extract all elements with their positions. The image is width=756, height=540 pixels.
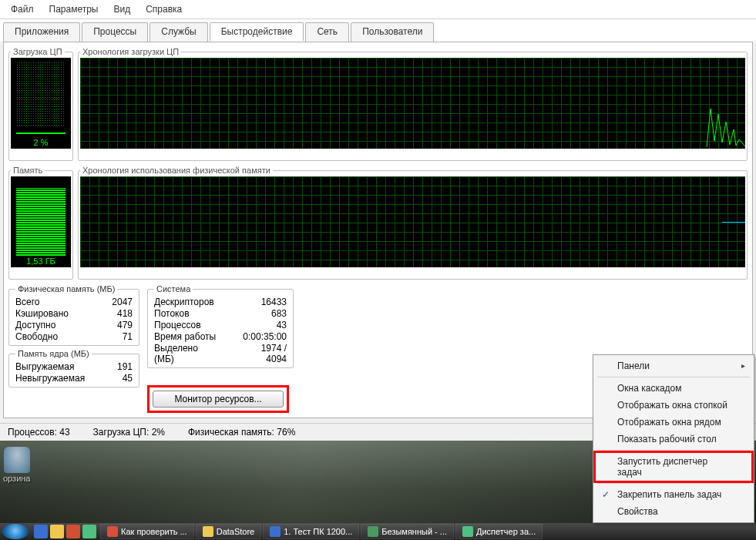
- taskbar-item[interactable]: 1. Тест ПК 1200...: [263, 524, 359, 539]
- tab-applications[interactable]: Приложения: [3, 22, 80, 42]
- pinned-icon[interactable]: [82, 525, 96, 538]
- ctx-properties[interactable]: Свойства: [596, 503, 751, 520]
- ctx-show-desktop[interactable]: Показать рабочий стол: [596, 431, 751, 448]
- sys-uptime-label: Время работы: [154, 331, 217, 342]
- recycle-bin-icon: [4, 447, 30, 473]
- ctx-separator: [597, 483, 750, 484]
- memory-history-chart: [80, 176, 745, 267]
- tab-network[interactable]: Сеть: [305, 22, 349, 42]
- taskbar-item[interactable]: Как проверить ...: [100, 524, 194, 539]
- pinned-icons: [31, 525, 99, 538]
- taskbar-item-label: Как проверить ...: [121, 527, 187, 536]
- recycle-bin[interactable]: орзина: [3, 447, 31, 483]
- ctx-start-task-manager[interactable]: Запустить диспетчер задач: [596, 453, 751, 481]
- sys-procs-label: Процессов: [154, 320, 217, 330]
- phys-mem-group: Физическая память (МБ) Всего2047 Кэширов…: [8, 284, 139, 346]
- kernel-paged-value: 191: [113, 361, 133, 372]
- cpu-meter: 2 %: [11, 58, 71, 149]
- kernel-nonpaged-value: 45: [113, 373, 133, 384]
- sys-handles-label: Дескрипторов: [154, 297, 217, 307]
- ctx-cascade[interactable]: Окна каскадом: [596, 380, 751, 397]
- taskbar-item[interactable]: DataStore: [196, 524, 262, 539]
- memory-trace-line: [722, 222, 745, 223]
- sys-threads-label: Потоков: [154, 308, 217, 319]
- menu-file[interactable]: Файл: [5, 2, 40, 17]
- ctx-separator: [597, 450, 750, 451]
- menu-view[interactable]: Вид: [107, 2, 136, 17]
- ctx-side-by-side[interactable]: Отображать окна рядом: [596, 414, 751, 431]
- app-icon: [107, 526, 118, 537]
- cpu-meter-box: Загрузка ЦП 2 %: [8, 47, 73, 161]
- recycle-bin-label: орзина: [3, 474, 31, 483]
- start-button[interactable]: [2, 524, 29, 539]
- taskbar-item-label: Диспетчер за...: [476, 527, 536, 536]
- phys-mem-title: Физическая память (МБ): [15, 284, 117, 293]
- ctx-lock-taskbar[interactable]: Закрепить панель задач: [596, 486, 751, 503]
- sys-commit-value: 1974 / 4094: [240, 343, 287, 364]
- status-cpu: Загрузка ЦП: 2%: [93, 427, 165, 438]
- phys-cached-value: 418: [102, 308, 133, 319]
- resource-monitor-button[interactable]: Монитор ресурсов...: [153, 391, 284, 408]
- status-processes: Процессов: 43: [8, 427, 70, 438]
- sys-threads-value: 683: [240, 308, 287, 319]
- app-icon: [203, 526, 213, 537]
- taskbar[interactable]: Как проверить ...DataStore1. Тест ПК 120…: [0, 523, 756, 540]
- pinned-icon[interactable]: [50, 525, 64, 538]
- tab-performance[interactable]: Быстродействие: [210, 22, 304, 42]
- phys-total-label: Всего: [15, 297, 79, 307]
- tab-users[interactable]: Пользователи: [351, 22, 434, 42]
- ctx-stack[interactable]: Отображать окна стопкой: [596, 397, 751, 414]
- sys-handles-value: 16433: [240, 297, 287, 307]
- taskbar-item-label: DataStore: [217, 527, 255, 536]
- kernel-paged-label: Выгружаемая: [15, 361, 89, 372]
- tab-services[interactable]: Службы: [150, 22, 207, 42]
- pinned-icon[interactable]: [66, 525, 80, 538]
- system-group: Система Дескрипторов16433 Потоков683 Про…: [147, 284, 294, 368]
- taskbar-item-label: Безымянный - ...: [381, 527, 447, 536]
- memory-meter-title: Память: [11, 166, 45, 175]
- phys-avail-label: Доступно: [15, 320, 79, 330]
- phys-cached-label: Кэшировано: [15, 308, 79, 319]
- tab-bar: Приложения Процессы Службы Быстродействи…: [0, 19, 756, 42]
- menu-help[interactable]: Справка: [139, 2, 188, 17]
- kernel-nonpaged-label: Невыгружаемая: [15, 373, 89, 384]
- cpu-trace-line: [699, 102, 745, 149]
- cpu-history-title: Хронология загрузки ЦП: [80, 47, 181, 56]
- cpu-meter-title: Загрузка ЦП: [11, 47, 65, 56]
- kernel-mem-group: Память ядра (МБ) Выгружаемая191 Невыгруж…: [8, 349, 139, 387]
- resource-monitor-highlight: Монитор ресурсов...: [147, 385, 289, 413]
- memory-meter: 1,53 ГБ: [11, 176, 71, 267]
- menu-options[interactable]: Параметры: [43, 2, 105, 17]
- memory-history-box: Хронология использования физической памя…: [78, 166, 748, 280]
- memory-history-title: Хронология использования физической памя…: [80, 166, 273, 175]
- app-icon: [270, 526, 281, 537]
- sys-procs-value: 43: [240, 320, 287, 330]
- taskbar-item[interactable]: Диспетчер за...: [455, 524, 543, 539]
- phys-avail-value: 479: [102, 320, 133, 330]
- phys-free-value: 71: [102, 331, 133, 342]
- taskbar-context-menu: Панели Окна каскадом Отображать окна сто…: [593, 354, 754, 523]
- memory-meter-value: 1,53 ГБ: [12, 257, 70, 266]
- taskbar-item-label: 1. Тест ПК 1200...: [284, 527, 352, 536]
- sys-commit-label: Выделено (МБ): [154, 343, 217, 364]
- taskbar-item[interactable]: Безымянный - ...: [361, 524, 454, 539]
- app-icon: [368, 526, 378, 537]
- status-memory: Физическая память: 76%: [188, 427, 295, 438]
- app-icon: [462, 526, 473, 537]
- phys-total-value: 2047: [102, 297, 133, 307]
- pinned-icon[interactable]: [34, 525, 48, 538]
- memory-meter-box: Память 1,53 ГБ: [8, 166, 73, 280]
- phys-free-label: Свободно: [15, 331, 79, 342]
- ctx-separator: [597, 377, 750, 377]
- cpu-history-chart: [80, 58, 745, 149]
- cpu-history-box: Хронология загрузки ЦП: [78, 47, 748, 161]
- kernel-title: Память ядра (МБ): [15, 349, 92, 358]
- system-title: Система: [154, 284, 193, 293]
- tab-processes[interactable]: Процессы: [82, 22, 148, 42]
- ctx-panels[interactable]: Панели: [596, 357, 751, 374]
- cpu-meter-value: 2 %: [12, 138, 70, 147]
- menu-bar: Файл Параметры Вид Справка: [0, 0, 756, 19]
- sys-uptime-value: 0:00:35:00: [240, 331, 287, 342]
